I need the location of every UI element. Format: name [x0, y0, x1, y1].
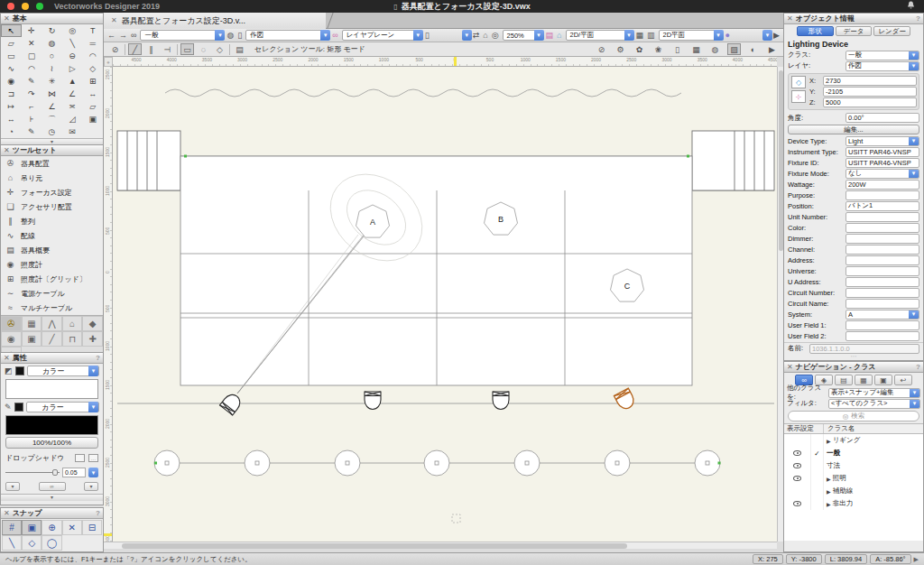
- active-class-cell[interactable]: [811, 485, 824, 497]
- snap-center-icon[interactable]: ⊕: [42, 520, 61, 535]
- line-thickness-slider[interactable]: [5, 472, 60, 473]
- snap-angle-icon[interactable]: ╲: [2, 535, 22, 551]
- toolset-item[interactable]: ∿配線: [1, 228, 103, 243]
- arc-tool[interactable]: ◠: [82, 50, 103, 62]
- toolset-item[interactable]: ∼電源ケーブル: [1, 286, 103, 301]
- snap-edge-icon[interactable]: ⊟: [82, 520, 102, 535]
- close-tab-icon[interactable]: ✕: [111, 17, 117, 24]
- overflow-arrow-icon[interactable]: ▶: [914, 556, 919, 563]
- dimmer-field[interactable]: [845, 234, 919, 244]
- pan-view-icon[interactable]: ⌂: [483, 31, 487, 40]
- text-tool[interactable]: T: [82, 24, 103, 37]
- active-class-cell[interactable]: [811, 434, 824, 447]
- offset-tool[interactable]: ≍: [62, 100, 83, 113]
- tab-形状[interactable]: 形状: [797, 26, 834, 36]
- references-icon[interactable]: ↩: [894, 375, 912, 385]
- toolset-item[interactable]: ✇器具配置: [1, 156, 103, 171]
- render-sphere-icon[interactable]: ●: [725, 31, 730, 40]
- fixture-mode-field[interactable]: なし▼: [845, 169, 919, 179]
- line-tool[interactable]: ╲: [62, 37, 83, 50]
- y-coordinate-field[interactable]: -2105: [823, 87, 917, 97]
- class-row[interactable]: 寸法: [784, 459, 923, 472]
- shear-tool[interactable]: ∠: [62, 88, 83, 100]
- zoom-level-dropdown[interactable]: 250% ▼: [503, 30, 542, 41]
- class-name-column-header[interactable]: クラス名: [824, 424, 855, 433]
- wall-view-icon[interactable]: ▤: [546, 31, 554, 40]
- help-icon[interactable]: ?: [96, 354, 100, 362]
- image-background-icon[interactable]: ▨: [727, 43, 741, 55]
- polyline-tool[interactable]: ≀: [42, 62, 62, 75]
- fixture-4-selected[interactable]: [614, 388, 636, 412]
- circuit-name-field[interactable]: [845, 299, 919, 309]
- other-classes-dropdown[interactable]: 表示+スナップ+編集 ▼: [828, 388, 920, 398]
- color-field[interactable]: [845, 223, 919, 233]
- help-icon[interactable]: ?: [96, 509, 100, 517]
- grid-icon[interactable]: ▦: [689, 43, 703, 55]
- triangle-tool[interactable]: ▷: [62, 62, 83, 75]
- back-arrow-icon[interactable]: ←: [107, 31, 116, 40]
- pen-color-swatch[interactable]: [14, 403, 23, 412]
- stepper-icon[interactable]: ▼: [88, 468, 98, 477]
- overflow-arrow-icon[interactable]: ▶: [773, 31, 780, 40]
- laser-category-icon[interactable]: ╱: [42, 331, 62, 347]
- expand-arrow-icon[interactable]: ▶: [827, 438, 831, 444]
- user-field-2-field[interactable]: [845, 331, 919, 341]
- layer-options-icon[interactable]: ❀: [651, 43, 665, 55]
- rectangle-tool[interactable]: ▭: [1, 50, 22, 62]
- snap-object-icon[interactable]: ▣: [22, 520, 42, 535]
- class-name[interactable]: ▶照明: [824, 474, 846, 483]
- delete-tool[interactable]: ✕: [22, 37, 42, 50]
- constrained-dimension-tool[interactable]: ⊦: [22, 113, 42, 125]
- planet-icon[interactable]: ◍: [708, 43, 722, 55]
- fixture-3[interactable]: [493, 392, 509, 410]
- stamp-tool[interactable]: ▣: [82, 113, 103, 125]
- close-icon[interactable]: ✕: [4, 15, 10, 23]
- snap-smart-point-icon[interactable]: ◇: [22, 535, 42, 551]
- fill-preview[interactable]: [5, 379, 98, 399]
- projection-icon[interactable]: ▥: [647, 31, 655, 40]
- truss-category-icon[interactable]: ▦: [22, 316, 42, 331]
- render-mode-icon[interactable]: ▦: [636, 31, 644, 40]
- close-window-button[interactable]: [7, 3, 14, 10]
- move-by-points-tool[interactable]: ↦: [1, 100, 22, 113]
- spiral-tool[interactable]: ◉: [1, 75, 22, 88]
- viewports-icon[interactable]: ▦: [855, 375, 873, 385]
- notification-bell-icon[interactable]: [907, 1, 915, 12]
- multi-select-mode-icon[interactable]: ∥: [144, 43, 158, 55]
- system-field[interactable]: A▼: [845, 310, 919, 320]
- zoom-window-button[interactable]: [36, 3, 43, 10]
- saved-views-icon[interactable]: ▣: [874, 375, 892, 385]
- flyover-tool[interactable]: ↻: [42, 24, 62, 37]
- toolset-item[interactable]: ∥整列: [1, 214, 103, 228]
- layer-link-icon[interactable]: ∞: [332, 31, 337, 40]
- close-icon[interactable]: ✕: [787, 15, 793, 23]
- house-light-row[interactable]: [154, 450, 721, 476]
- visibility-cell[interactable]: [784, 497, 811, 510]
- interactive-scaling-mode-icon[interactable]: ▤: [233, 43, 246, 55]
- fillet-tool[interactable]: ⌐: [22, 100, 42, 113]
- insert-disabled-icon[interactable]: ⊘: [108, 43, 122, 55]
- pen-icon[interactable]: ✎: [5, 403, 12, 412]
- horizontal-scrollbar[interactable]: [104, 542, 777, 549]
- sheet-layers-icon[interactable]: ▤: [835, 375, 853, 385]
- active-class-cell[interactable]: [811, 472, 824, 485]
- slope-dimension-tool[interactable]: ◿: [62, 113, 83, 125]
- circuit-number-field[interactable]: [845, 288, 919, 298]
- visibility-cell[interactable]: [784, 472, 811, 485]
- rigging-category-icon[interactable]: ⋀: [42, 316, 62, 331]
- dimension-tool[interactable]: ↔: [1, 113, 22, 125]
- pin-mode-icon[interactable]: ⊹: [791, 90, 806, 103]
- expand-arrow-icon[interactable]: ▶: [827, 476, 831, 482]
- toolset-item[interactable]: ⊞照度計〔グリッド〕: [1, 272, 103, 286]
- expand-arrow-icon[interactable]: ▶: [827, 501, 831, 507]
- saved-view-dropdown[interactable]: 2D平面 ▼: [659, 30, 722, 41]
- fill-style-dropdown[interactable]: カラー ▼: [27, 366, 99, 376]
- visibility-cell[interactable]: [784, 459, 811, 472]
- globe-icon[interactable]: ◍: [226, 31, 234, 40]
- active-layer-dropdown[interactable]: 作図 ▼: [245, 30, 328, 41]
- sync-view-icon[interactable]: ⇄: [473, 31, 480, 40]
- x-coordinate-field[interactable]: 2730: [823, 76, 917, 86]
- fixture-2[interactable]: [365, 392, 381, 410]
- polygon-tool[interactable]: ◇: [82, 62, 103, 75]
- radial-dimension-tool[interactable]: ⌒: [42, 113, 62, 125]
